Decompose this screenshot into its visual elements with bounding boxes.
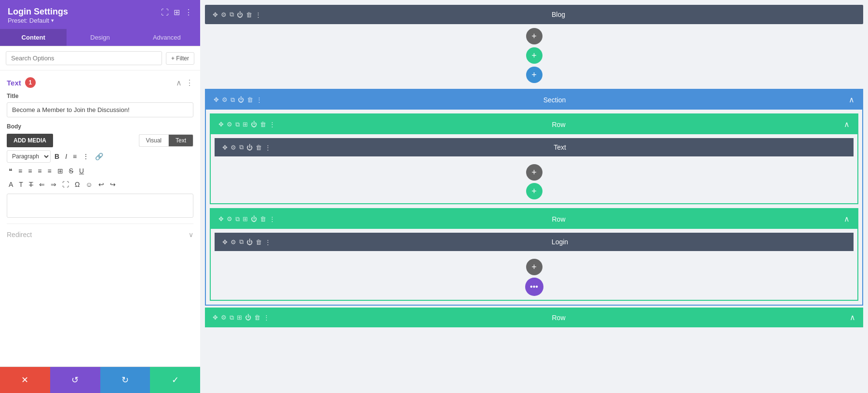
login-settings-icon[interactable]: ⚙	[231, 239, 236, 246]
bottom-trash-icon[interactable]: 🗑	[254, 314, 260, 321]
redo-button[interactable]: ↻	[100, 367, 150, 393]
blog-settings-icon[interactable]: ⚙	[221, 11, 227, 18]
section-trash-icon[interactable]: 🗑	[247, 96, 253, 103]
redirect-header[interactable]: Redirect ∨	[7, 224, 193, 245]
redo-editor-button[interactable]: ↪	[108, 179, 118, 190]
text-button[interactable]: Text	[168, 134, 193, 147]
indent-more-button[interactable]: ⇒	[49, 179, 58, 190]
undo-button[interactable]: ↺	[50, 367, 100, 393]
row2-collapse-btn[interactable]: ∧	[844, 214, 850, 224]
font-color-button[interactable]: A	[7, 179, 15, 190]
section-move-icon[interactable]: ✥	[214, 96, 219, 103]
section-collapse-icon[interactable]: ∧	[176, 78, 182, 87]
row2-more-icon[interactable]: ⋮	[269, 215, 275, 223]
login-trash-icon[interactable]: 🗑	[256, 239, 262, 246]
more-icon[interactable]: ⋮	[185, 8, 192, 17]
row2-grid-icon[interactable]: ⊞	[243, 215, 248, 223]
row1-collapse-btn[interactable]: ∧	[844, 120, 850, 129]
section-more-icon[interactable]: ⋮	[256, 96, 262, 103]
panel-preset[interactable]: Preset: Default ▾	[8, 17, 68, 24]
bottom-power-icon[interactable]: ⏻	[245, 314, 251, 321]
row2-power-icon[interactable]: ⏻	[251, 215, 257, 223]
add-dark-button-login[interactable]: +	[526, 259, 542, 275]
fullscreen-button[interactable]: ⛶	[60, 179, 71, 190]
login-more-icon[interactable]: ⋮	[265, 239, 271, 246]
align-left-button[interactable]: ≡	[16, 166, 24, 176]
blog-trash-icon[interactable]: 🗑	[246, 11, 252, 18]
section-settings-icon[interactable]: ⚙	[222, 96, 228, 103]
tab-advanced[interactable]: Advanced	[134, 29, 200, 46]
table-button[interactable]: ⊞	[55, 166, 65, 176]
title-input[interactable]	[7, 102, 193, 117]
visual-button[interactable]: Visual	[139, 134, 168, 147]
bottom-more-icon[interactable]: ⋮	[263, 314, 270, 321]
search-input[interactable]	[6, 51, 162, 65]
login-move-icon[interactable]: ✥	[222, 239, 228, 246]
special-char-button[interactable]: Ω	[73, 179, 81, 190]
italic-button[interactable]: I	[63, 151, 69, 162]
filter-button[interactable]: + Filter	[166, 52, 194, 65]
add-green-button-text[interactable]: +	[526, 183, 542, 199]
bold-button[interactable]: B	[53, 151, 61, 162]
row1-more-icon[interactable]: ⋮	[269, 121, 275, 128]
align-justify-button[interactable]: ≡	[46, 166, 54, 176]
paragraph-select[interactable]: Paragraph	[7, 150, 51, 163]
underline-button[interactable]: U	[77, 166, 86, 176]
blog-copy-icon[interactable]: ⧉	[230, 11, 234, 18]
tab-content[interactable]: Content	[0, 29, 67, 46]
grid-icon[interactable]: ⊞	[174, 8, 180, 17]
strikethrough-button[interactable]: S	[67, 166, 75, 176]
text-move-icon[interactable]: ✥	[222, 144, 228, 151]
align-center-button[interactable]: ≡	[26, 166, 34, 176]
add-dark-button-text[interactable]: +	[526, 164, 542, 181]
blog-more-icon[interactable]: ⋮	[255, 11, 261, 18]
ul-button[interactable]: ≡	[71, 151, 79, 162]
add-green-button-1[interactable]: +	[526, 47, 542, 64]
row1-copy-icon[interactable]: ⧉	[235, 121, 240, 128]
bottom-settings-icon[interactable]: ⚙	[221, 314, 227, 321]
row2-copy-icon[interactable]: ⧉	[235, 215, 240, 223]
text-more-icon[interactable]: ⋮	[265, 144, 271, 151]
section-collapse-btn[interactable]: ∧	[849, 95, 854, 104]
text-trash-icon[interactable]: 🗑	[256, 144, 262, 151]
tab-design[interactable]: Design	[67, 29, 133, 46]
row2-move-icon[interactable]: ✥	[218, 215, 224, 223]
text-copy-icon[interactable]: ⧉	[239, 143, 244, 151]
emoji-button[interactable]: ☺	[83, 179, 94, 190]
blog-power-icon[interactable]: ⏻	[237, 11, 243, 18]
section-more-icon[interactable]: ⋮	[186, 78, 193, 87]
row1-move-icon[interactable]: ✥	[218, 121, 224, 128]
row2-trash-icon[interactable]: 🗑	[260, 215, 266, 223]
editor-body[interactable]	[7, 194, 193, 218]
text-settings-icon[interactable]: ⚙	[231, 144, 236, 151]
undo-editor-button[interactable]: ↩	[96, 179, 106, 190]
bottom-grid-icon[interactable]: ⊞	[237, 314, 242, 321]
quote-button[interactable]: ❝	[7, 166, 14, 176]
add-dark-button-1[interactable]: +	[526, 28, 542, 44]
section-copy-icon[interactable]: ⧉	[231, 96, 235, 104]
row2-settings-icon[interactable]: ⚙	[227, 215, 232, 223]
save-button[interactable]: ✓	[150, 367, 200, 393]
bottom-row-collapse[interactable]: ∧	[850, 313, 855, 322]
row1-grid-icon[interactable]: ⊞	[243, 121, 248, 128]
add-media-button[interactable]: ADD MEDIA	[7, 134, 53, 147]
paste-text-button[interactable]: T	[17, 179, 25, 190]
clear-format-button[interactable]: T̶	[27, 179, 35, 190]
bottom-move-icon[interactable]: ✥	[213, 314, 218, 321]
row1-power-icon[interactable]: ⏻	[251, 121, 257, 128]
dots-menu-button[interactable]: •••	[525, 278, 543, 296]
link-button[interactable]: 🔗	[93, 151, 105, 162]
indent-less-button[interactable]: ⇐	[37, 179, 47, 190]
blog-move-icon[interactable]: ✥	[213, 11, 218, 18]
bottom-copy-icon[interactable]: ⧉	[230, 314, 234, 322]
ol-button[interactable]: ⋮	[81, 151, 91, 162]
expand-icon[interactable]: ⛶	[161, 8, 169, 17]
text-power-icon[interactable]: ⏻	[246, 144, 253, 151]
section-power-icon[interactable]: ⏻	[238, 96, 244, 103]
add-blue-button-1[interactable]: +	[526, 67, 542, 83]
row1-settings-icon[interactable]: ⚙	[227, 121, 232, 128]
login-copy-icon[interactable]: ⧉	[239, 238, 244, 246]
row1-trash-icon[interactable]: 🗑	[260, 121, 266, 128]
login-power-icon[interactable]: ⏻	[246, 239, 253, 246]
align-right-button[interactable]: ≡	[36, 166, 43, 176]
